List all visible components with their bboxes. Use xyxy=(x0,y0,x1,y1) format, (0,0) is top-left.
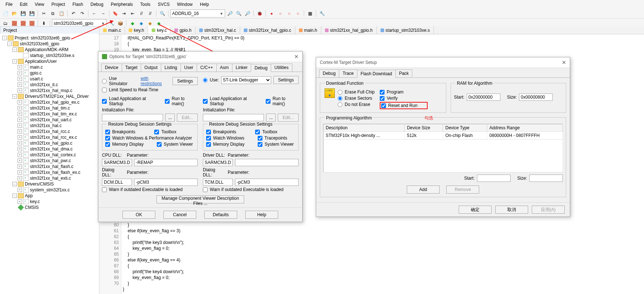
tree-hal-2[interactable]: +stm32f1xx_hal_tim_ex.c xyxy=(2,111,99,117)
tree-hal-9[interactable]: +stm32f1xx_hal_cortex.c xyxy=(2,152,99,158)
menu-debug[interactable]: Debug xyxy=(87,1,107,8)
tree-hal[interactable]: −Drivers/STM32F1xx_HAL_Driver xyxy=(2,93,99,99)
search2-icon[interactable]: 🔍 xyxy=(235,9,243,18)
menu-file[interactable]: File xyxy=(2,1,16,8)
dlg-param-r-input[interactable] xyxy=(235,179,299,186)
fwd-icon[interactable]: → xyxy=(99,9,107,18)
tree-user[interactable]: −Application/User xyxy=(2,58,99,64)
tab-startup[interactable]: startup_stm32f103xe.s xyxy=(377,26,434,34)
tree-root[interactable]: −Project: stm32f103zet6_gpio xyxy=(2,35,99,41)
toolbox-l-check[interactable] xyxy=(154,130,159,134)
tab-hal-c[interactable]: stm32f1xx_hal.c xyxy=(196,26,240,34)
tree-user-0[interactable]: +main.c xyxy=(2,64,99,70)
tab-linker[interactable]: Linker xyxy=(232,64,251,72)
find-icon[interactable]: 🔍 xyxy=(158,9,166,18)
tab-debug2[interactable]: Debug xyxy=(319,69,339,77)
wwpa-check[interactable] xyxy=(105,136,110,141)
restrictions-link[interactable]: with restrictions xyxy=(141,76,168,86)
tab-main-h[interactable]: main.h xyxy=(295,26,321,34)
cpu-param-input[interactable] xyxy=(134,159,198,166)
ok-button-c[interactable]: 确定 xyxy=(459,206,492,214)
browse-r-button[interactable]: ... xyxy=(266,114,276,122)
menu-help[interactable]: Help xyxy=(197,1,212,8)
dlg-dll-l-input[interactable] xyxy=(102,179,132,186)
tab-util[interactable]: Utilities xyxy=(271,64,292,72)
load-startup-l-check[interactable] xyxy=(102,99,107,104)
cancel-button-c[interactable]: 取消 xyxy=(495,206,528,214)
close-icon[interactable]: ✕ xyxy=(294,54,299,60)
debug-icon[interactable]: 🐞 xyxy=(255,9,264,18)
algo-row[interactable]: STM32F10x High-density ...512kOn-chip Fl… xyxy=(323,132,563,140)
tab-target[interactable]: Target xyxy=(122,64,141,72)
dlg-dll-r-input[interactable] xyxy=(203,179,233,186)
algo-start-input[interactable] xyxy=(477,175,511,182)
tab-device[interactable]: Device xyxy=(101,64,122,72)
help-button[interactable]: Help xyxy=(245,211,278,219)
init-file-l-input[interactable] xyxy=(102,114,163,121)
tab-gpio-h[interactable]: gpio.h xyxy=(171,26,196,34)
tree-hal-4[interactable]: +stm32f1xx_hal.c xyxy=(2,123,99,129)
drv-param-input[interactable] xyxy=(235,159,299,166)
bp-l-check[interactable] xyxy=(105,130,110,134)
bookmark-icon[interactable]: 🔖 xyxy=(111,9,119,18)
reset-run-check[interactable] xyxy=(381,103,386,108)
tree-cmsisgrp[interactable]: CMSIS xyxy=(2,205,99,210)
save-icon[interactable]: 💾 xyxy=(19,9,27,18)
tree-user-1[interactable]: +gpio.c xyxy=(2,70,99,76)
sv-l-check[interactable] xyxy=(157,142,162,147)
bp3-icon[interactable]: ○ xyxy=(294,9,302,18)
drv-dll-input[interactable] xyxy=(203,159,233,166)
tree-hal-3[interactable]: +stm32f1xx_hal_uart.c xyxy=(2,117,99,123)
paste-icon[interactable]: 📋 xyxy=(57,9,65,18)
back-icon[interactable]: ← xyxy=(90,9,98,18)
tab-user[interactable]: User xyxy=(181,64,197,72)
new-icon[interactable]: 📄 xyxy=(1,9,10,18)
comment-icon[interactable]: // xyxy=(137,9,145,18)
tree-hal-13[interactable]: +stm32f1xx_hal_exti.c xyxy=(2,175,99,181)
tab-key-c[interactable]: key.c xyxy=(148,26,171,34)
tp-r-check[interactable] xyxy=(258,136,262,141)
tab-halg-h[interactable]: stm32f1xx_hal_gpio.h xyxy=(321,26,377,34)
cpu-dll-input[interactable] xyxy=(102,159,132,166)
settings-sim-button[interactable]: Settings xyxy=(173,77,198,85)
menu-tools[interactable]: Tools xyxy=(137,1,154,8)
erase-full-radio[interactable] xyxy=(338,90,342,95)
tree-hal-10[interactable]: +stm32f1xx_hal_pwr.c xyxy=(2,158,99,164)
bp2-icon[interactable]: ○ xyxy=(285,9,293,18)
menu-window[interactable]: Window xyxy=(174,1,196,8)
debugger-select[interactable]: ST-Link Debugger xyxy=(221,76,271,84)
ok-button[interactable]: OK xyxy=(122,211,155,219)
tree-cmsis[interactable]: −Drivers/CMSIS xyxy=(2,181,99,187)
warn-r-check[interactable] xyxy=(203,187,208,192)
outdent-icon[interactable]: ⇤ xyxy=(129,9,137,18)
ww-r-check[interactable] xyxy=(206,136,211,141)
dlg-param-l-input[interactable] xyxy=(134,179,198,186)
erase-sect-radio[interactable] xyxy=(338,96,342,101)
program-check[interactable] xyxy=(380,90,384,95)
bp-r-check[interactable] xyxy=(206,130,211,134)
menu-flash[interactable]: Flash xyxy=(69,1,86,8)
menu-periph[interactable]: Peripherals xyxy=(107,1,136,8)
tree-user-4[interactable]: +stm32f1xx_hal_msp.c xyxy=(2,88,99,93)
tab-listing[interactable]: Listing xyxy=(161,64,181,72)
tree-hal-8[interactable]: +stm32f1xx_hal_dma.c xyxy=(2,146,99,152)
use-sim-radio[interactable] xyxy=(102,79,107,84)
init-file-r-input[interactable] xyxy=(203,114,264,121)
run-main-r-check[interactable] xyxy=(266,99,270,104)
cancel-button[interactable]: Cancel xyxy=(163,211,196,219)
bp-icon[interactable]: ○ xyxy=(276,9,284,18)
redo-icon[interactable]: ↷ xyxy=(78,9,86,18)
algo-size-input[interactable] xyxy=(529,175,563,182)
menu-svcs[interactable]: SVCS xyxy=(155,1,173,8)
tab-main-c[interactable]: main.c xyxy=(99,26,125,34)
run-main-l-check[interactable] xyxy=(165,99,170,104)
tree-user-3[interactable]: +stm32f1xx_it.c xyxy=(2,82,99,88)
add-button[interactable]: Add xyxy=(407,186,440,194)
tree-hal-12[interactable]: +stm32f1xx_hal_flash_ex.c xyxy=(2,169,99,175)
tree-proj[interactable]: −stm32f103zet6_gpio xyxy=(2,41,99,47)
toolbox-r-check[interactable] xyxy=(255,130,260,134)
use-radio[interactable] xyxy=(203,78,208,83)
ram-size-input[interactable] xyxy=(519,93,553,101)
tree-cmsis-0[interactable]: +system_stm32f1xx.c xyxy=(2,187,99,193)
tree-mdk[interactable]: −Application/MDK-ARM xyxy=(2,47,99,53)
